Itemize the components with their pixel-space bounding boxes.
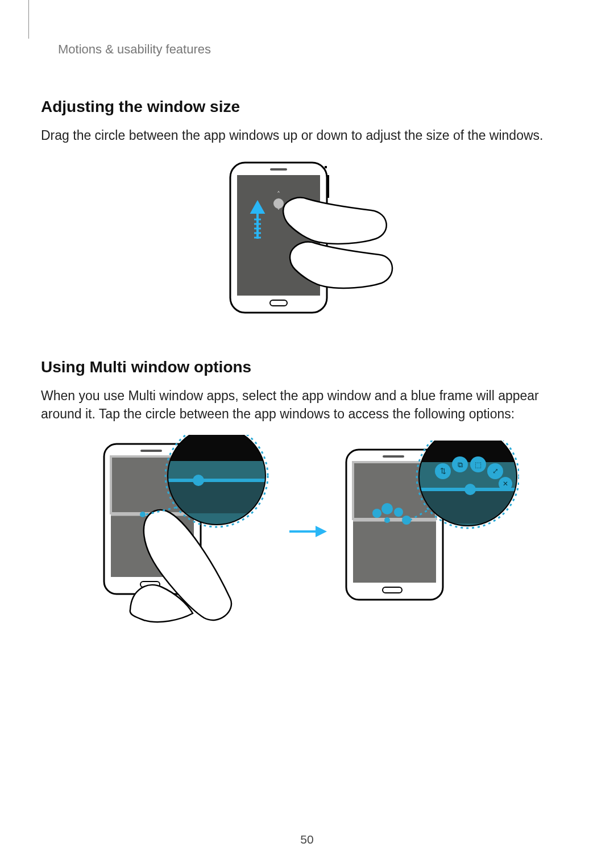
- svg-text:⇅: ⇅: [440, 467, 446, 475]
- section2-body: When you use Multi window apps, select t…: [41, 387, 573, 423]
- svg-rect-3: [270, 168, 287, 171]
- section2-title: Using Multi window options: [41, 358, 573, 376]
- svg-point-31: [193, 475, 204, 486]
- svg-text:✕: ✕: [503, 480, 508, 488]
- svg-text:⧉: ⧉: [458, 460, 463, 469]
- header-rule: [28, 0, 29, 39]
- figure-adjust-window: ˄ ˅: [41, 158, 573, 317]
- svg-point-44: [394, 508, 403, 517]
- svg-text:⬚: ⬚: [475, 460, 482, 469]
- svg-text:˄: ˄: [277, 190, 280, 198]
- svg-text:˅: ˅: [277, 207, 280, 215]
- page-number: 50: [0, 833, 614, 846]
- svg-rect-51: [419, 441, 517, 462]
- breadcrumb: Motions & usability features: [58, 42, 573, 57]
- svg-point-42: [372, 509, 381, 518]
- svg-rect-1: [327, 175, 329, 198]
- svg-point-46: [384, 517, 390, 523]
- section1-body: Drag the circle between the app windows …: [41, 126, 573, 144]
- svg-rect-2: [325, 166, 327, 168]
- svg-rect-38: [383, 455, 404, 458]
- svg-point-43: [381, 503, 393, 514]
- arrow-right-icon: [287, 520, 327, 543]
- figure-multiwindow-options: ⇅ ⧉ ⬚ ⤢ ✕: [41, 435, 573, 628]
- svg-rect-18: [140, 450, 162, 452]
- svg-point-45: [402, 516, 411, 525]
- svg-text:⤢: ⤢: [492, 467, 499, 475]
- svg-point-22: [140, 512, 146, 517]
- svg-rect-29: [168, 479, 265, 513]
- section1-title: Adjusting the window size: [41, 98, 573, 116]
- svg-point-55: [464, 484, 476, 495]
- svg-marker-34: [316, 526, 327, 537]
